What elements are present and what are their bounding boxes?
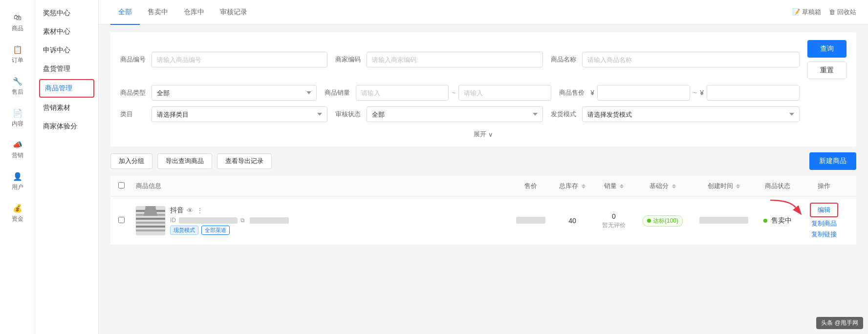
nav-content-label: 内容 [12,120,23,128]
top-bar: 全部 售卖中 仓库中 审核记录 📝 草稿箱 🗑 回收站 [99,0,868,24]
recycle-bin-btn[interactable]: 🗑 回收站 [829,8,856,17]
sidebar-item-rewards[interactable]: 奖惩中心 [35,4,98,22]
audit-status-label: 审核状态 [335,110,363,119]
new-product-button[interactable]: 新建商品 [809,152,856,170]
row-base-score: 达标(100) [633,215,692,227]
col-info-header: 商品信息 [136,182,511,190]
sales-range: ~ [356,85,551,101]
col-time-header[interactable]: 创建时间 [692,182,756,190]
product-tags: 现货模式 全部渠道 [170,226,511,235]
product-thumbnail [136,206,165,235]
table-header: 商品信息 售价 总库存 销量 [110,176,856,197]
nav-orders[interactable]: 📋 订单 [2,40,33,69]
sidebar: 奖惩中心 素材中心 申诉中心 盘货管理 商品管理 营销素材 商家体验分 [35,0,99,334]
id-label: ID [170,217,176,224]
category-select[interactable]: 请选择类目 [152,106,327,122]
product-no-label: 商品编号 [120,55,148,64]
sidebar-item-goods-mgmt[interactable]: 商品管理 [39,79,94,98]
more-icon[interactable]: ⋮ [196,207,203,214]
product-info-cell: 抖音 👁 ⋮ ID ⧉ 现货模式 [136,206,511,235]
sales-min-input[interactable] [356,85,449,101]
nav-products[interactable]: 🛍 商品 [2,8,33,38]
sidebar-item-goods-mgmt-label: 商品管理 [45,84,72,92]
expand-button[interactable]: 展开 ∨ [474,130,493,139]
col-check-header [118,182,136,190]
view-icon[interactable]: 👁 [187,207,194,214]
col-status-header: 商品状态 [756,182,800,190]
query-button[interactable]: 查询 [807,40,846,58]
product-name-input[interactable] [582,52,800,67]
form-row-2: 商品类型 全部 实物商品 虚拟商品 商品销量 ~ 商 [120,85,846,101]
sidebar-item-complaints[interactable]: 申诉中心 [35,41,98,60]
sidebar-item-merchant-score[interactable]: 商家体验分 [35,117,98,136]
draft-box-btn[interactable]: 📝 草稿箱 [792,8,821,17]
sidebar-item-merchant-score-label: 商家体验分 [43,122,77,130]
form-item-product-name: 商品名称 [551,52,800,67]
nav-content[interactable]: 📄 内容 [2,103,33,133]
row-checkbox[interactable] [118,217,125,223]
merchant-code-label: 商家编码 [335,55,363,64]
nav-marketing[interactable]: 📣 营销 [2,135,33,165]
sales-volume-label: 商品销量 [325,88,352,97]
sidebar-item-inventory[interactable]: 盘货管理 [35,60,98,78]
sidebar-item-mkt-materials[interactable]: 营销素材 [35,99,98,117]
action-left: 加入分组 导出查询商品 查看导出记录 [110,153,272,169]
tab-selling[interactable]: 售卖中 [140,0,176,25]
product-name-row: 抖音 👁 ⋮ [170,206,511,215]
tab-all[interactable]: 全部 [110,0,140,25]
orders-icon: 📋 [13,44,22,54]
copy-link-btn[interactable]: 复制链接 [811,230,837,239]
svg-marker-7 [144,206,157,216]
product-name-label: 商品名称 [551,55,578,64]
select-all-checkbox[interactable] [118,182,125,188]
audit-status-select[interactable]: 全部 审核中 审核通过 审核不通过 [367,106,542,122]
create-time-value [699,217,748,224]
view-export-log-button[interactable]: 查看导出记录 [217,153,272,169]
product-no-input[interactable] [152,52,327,67]
nav-users[interactable]: 👤 用户 [2,167,33,196]
product-id-value [179,217,238,224]
category-label: 类目 [120,110,148,119]
row-price [511,217,550,225]
row-product-info: 抖音 👁 ⋮ ID ⧉ 现货模式 [136,206,511,235]
copy-product-link[interactable]: 复制商品 [811,219,837,228]
expand-row: 展开 ∨ [120,128,846,139]
sales-max-input[interactable] [458,85,551,101]
copy-id-icon[interactable]: ⧉ [240,217,245,224]
reset-button[interactable]: 重置 [807,62,846,79]
col-stock-header[interactable]: 总库存 [550,182,594,190]
product-details: 抖音 👁 ⋮ ID ⧉ 现货模式 [170,206,511,235]
content-icon: 📄 [13,108,22,118]
sidebar-item-materials[interactable]: 素材中心 [35,22,98,41]
form-item-product-no: 商品编号 [120,52,327,67]
col-sales-header[interactable]: 销量 [594,182,633,190]
nav-finance[interactable]: 💰 资金 [2,198,33,228]
sidebar-item-rewards-label: 奖惩中心 [43,9,70,17]
tag-all-channel: 全部渠道 [201,226,230,235]
form-item-ship-mode: 发货模式 请选择发货模式 [551,106,800,122]
product-type-select[interactable]: 全部 实物商品 虚拟商品 [152,85,317,101]
tab-audit-log[interactable]: 审核记录 [212,0,255,25]
row-sales: 0 暂无评价 [594,212,633,230]
price-max-input[interactable] [707,85,800,101]
ship-mode-select[interactable]: 请选择发货模式 [582,106,800,122]
col-base-header[interactable]: 基础分 [633,182,692,190]
sidebar-item-inventory-label: 盘货管理 [43,64,70,72]
sales-sort-icon [620,184,624,188]
merchant-code-input[interactable] [367,52,542,67]
nav-finance-label: 资金 [12,215,23,223]
tab-warehouse[interactable]: 仓库中 [176,0,212,25]
form-item-audit-status: 审核状态 全部 审核中 审核通过 审核不通过 [335,106,542,122]
join-group-button[interactable]: 加入分组 [110,153,152,169]
svg-rect-3 [136,218,165,220]
score-badge: 达标(100) [643,215,683,227]
content-area: 商品编号 商家编码 商品名称 查询 重置 商品 [99,24,868,334]
sale-price-label: 商品售价 [559,88,586,97]
price-min-input[interactable] [597,85,690,101]
export-products-button[interactable]: 导出查询商品 [157,153,212,169]
edit-button[interactable]: 编辑 [810,203,838,217]
row-stock: 40 [550,217,594,225]
price-prefix-1: ¥ [590,89,594,97]
nav-aftersale[interactable]: 🔧 售后 [2,71,33,101]
status-dot [763,219,767,223]
